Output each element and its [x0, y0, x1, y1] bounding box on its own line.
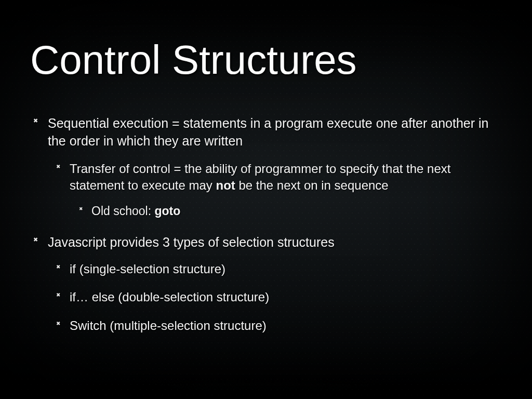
bullet-if: if (single-selection structure): [70, 261, 501, 277]
bullet-js-types: Javascript provides 3 types of selection…: [48, 234, 501, 334]
bullet-js-types-text: Javascript provides 3 types of selection…: [48, 235, 335, 249]
bullet-sequential-text: Sequential execution = statements in a p…: [48, 116, 488, 148]
slide: Control Structures Sequential execution …: [0, 36, 532, 334]
bullet-transfer-post: be the next on in sequence: [235, 178, 389, 192]
bullet-switch: Switch (multiple-selection structure): [70, 317, 501, 334]
bullet-goto: Old school: goto: [91, 203, 501, 219]
bullet-transfer-bold: not: [216, 178, 235, 192]
bullet-ifelse: if… else (double-selection structure): [70, 289, 501, 305]
bullet-list: Sequential execution = statements in a p…: [0, 115, 532, 334]
bullet-sequential: Sequential execution = statements in a p…: [48, 115, 501, 219]
bullet-transfer: Transfer of control = the ability of pro…: [70, 161, 501, 220]
slide-title: Control Structures: [30, 36, 532, 84]
bullet-goto-bold: goto: [154, 204, 180, 218]
bullet-goto-pre: Old school:: [91, 204, 154, 218]
